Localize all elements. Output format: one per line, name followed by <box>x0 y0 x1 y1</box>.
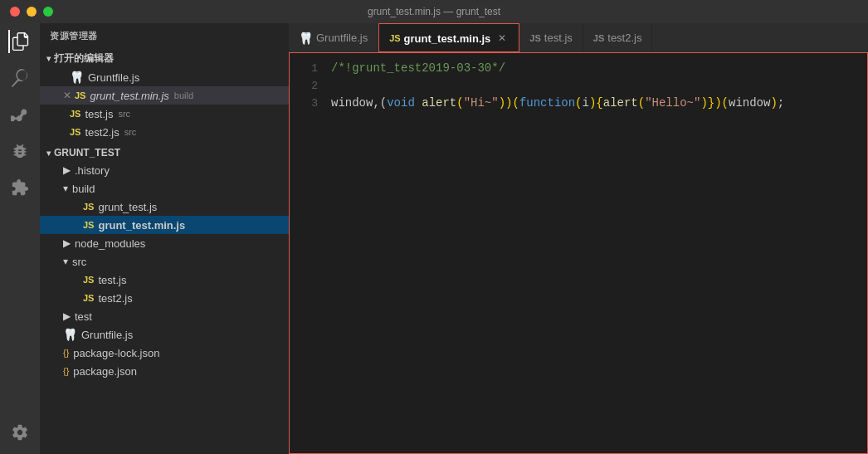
open-editors-arrow: ▾ <box>46 54 51 63</box>
grunt-icon: 🦷 <box>70 71 84 84</box>
tree-package-lock-json[interactable]: {} package-lock.json <box>40 344 289 362</box>
tree-build-folder[interactable]: ▾ build <box>40 179 289 198</box>
json-icon-pkg: {} <box>63 366 69 376</box>
tree-test-folder[interactable]: ▶ test <box>40 307 289 325</box>
sidebar-header: 资源管理器 <box>40 23 289 49</box>
project-section[interactable]: ▾ GRUNT_TEST <box>40 144 289 161</box>
line-code-2 <box>331 77 867 94</box>
tab-close-icon[interactable]: ✕ <box>495 32 509 45</box>
tree-build-label: build <box>72 183 95 195</box>
tab-test2-label: test2.js <box>607 32 641 44</box>
open-editor-badge-build: build <box>174 90 193 100</box>
explorer-icon[interactable] <box>8 30 32 53</box>
tree-src-test-js[interactable]: JS test.js <box>40 271 289 289</box>
folder-arrow-build: ▾ <box>63 183 68 194</box>
maximize-button[interactable] <box>43 7 53 17</box>
project-arrow: ▾ <box>46 149 51 158</box>
tree-src-folder[interactable]: ▾ src <box>40 252 289 271</box>
tab-gruntfile-label: Gruntfile.js <box>316 32 368 44</box>
tree-history-folder[interactable]: ▶ .history <box>40 161 289 179</box>
line-code-3: window,(void alert("Hi~"))(function(i){a… <box>331 95 867 111</box>
js-icon-grunt-test: JS <box>83 202 94 212</box>
line-num-3: 3 <box>290 95 331 112</box>
editor-line-1: 1 /*!grunt_test2019-03-30*/ <box>290 60 867 77</box>
json-icon-pkg-lock: {} <box>63 348 69 358</box>
tree-package-json-label: package.json <box>73 365 137 378</box>
grunt-icon-root: 🦷 <box>63 328 77 341</box>
close-button[interactable] <box>10 7 20 17</box>
tree-grunt-test-min-js-label: grunt_test.min.js <box>98 219 185 232</box>
open-editor-gruntfile[interactable]: 🦷 Gruntfile.js <box>40 68 289 86</box>
grunt-tab-icon: 🦷 <box>299 32 313 45</box>
tree-history-label: .history <box>75 164 110 177</box>
search-icon[interactable] <box>8 66 32 90</box>
folder-arrow-test: ▶ <box>63 310 71 322</box>
main-container: 资源管理器 ▾ 打开的编辑器 🦷 Gruntfile.js ✕ JS grunt… <box>0 23 868 454</box>
open-editor-badge-src-test: src <box>118 109 130 119</box>
open-editor-grunt-test-min-label: grunt_test.min.js <box>90 90 168 102</box>
editor-area: 🦷 Gruntfile.js JS grunt_test.min.js ✕ JS… <box>289 23 868 454</box>
tree-grunt-test-min-js[interactable]: JS grunt_test.min.js <box>40 216 289 234</box>
minimize-button[interactable] <box>27 7 37 17</box>
tabs-bar: 🦷 Gruntfile.js JS grunt_test.min.js ✕ JS… <box>289 23 868 52</box>
tab-gruntfile[interactable]: 🦷 Gruntfile.js <box>289 23 378 52</box>
tree-package-lock-label: package-lock.json <box>73 347 159 359</box>
open-editor-badge-src-test2: src <box>124 127 137 137</box>
open-editor-grunt-test-min[interactable]: ✕ JS grunt_test.min.js build <box>40 86 289 105</box>
tree-gruntfile-root[interactable]: 🦷 Gruntfile.js <box>40 325 289 344</box>
js-tab-badge-test: JS <box>529 33 540 43</box>
tab-grunt-test-min-label: grunt_test.min.js <box>404 32 491 45</box>
js-icon-test2: JS <box>70 127 80 137</box>
tree-src-test2-js[interactable]: JS test2.js <box>40 289 289 307</box>
folder-arrow-src: ▾ <box>63 256 68 267</box>
tree-grunt-test-js-label: grunt_test.js <box>98 201 157 213</box>
js-icon-src-test2: JS <box>83 293 94 303</box>
tree-test-label: test <box>75 310 92 323</box>
window-controls[interactable] <box>10 7 53 17</box>
js-tab-badge-active: JS <box>389 33 400 43</box>
open-editors-section[interactable]: ▾ 打开的编辑器 <box>40 49 289 68</box>
titlebar: grunt_test.min.js — grunt_test <box>0 0 868 23</box>
js-icon-src-test: JS <box>83 275 94 285</box>
tab-grunt-test-min[interactable]: JS grunt_test.min.js ✕ <box>378 23 519 52</box>
open-editor-test2-label: test2.js <box>85 126 119 139</box>
tree-package-json[interactable]: {} package.json <box>40 362 289 380</box>
tree-gruntfile-root-label: Gruntfile.js <box>81 329 133 341</box>
source-control-icon[interactable] <box>8 103 32 126</box>
editor-line-3: 3 window,(void alert("Hi~"))(function(i)… <box>290 95 867 112</box>
open-editor-test[interactable]: JS test.js src <box>40 105 289 123</box>
tree-src-label: src <box>72 256 86 268</box>
debug-icon[interactable] <box>8 139 32 163</box>
sidebar: 资源管理器 ▾ 打开的编辑器 🦷 Gruntfile.js ✕ JS grunt… <box>40 23 289 454</box>
line-num-1: 1 <box>290 61 331 77</box>
window-title: grunt_test.min.js — grunt_test <box>368 6 500 17</box>
js-icon-test: JS <box>70 109 80 119</box>
open-editor-test-label: test.js <box>85 108 113 120</box>
activity-bar <box>0 23 40 454</box>
folder-arrow-node-modules: ▶ <box>63 237 71 249</box>
line-num-2: 2 <box>290 78 331 95</box>
tab-test2[interactable]: JS test2.js <box>583 23 653 52</box>
open-editor-gruntfile-label: Gruntfile.js <box>88 71 139 84</box>
open-editor-test2[interactable]: JS test2.js src <box>40 123 289 141</box>
settings-icon[interactable] <box>8 421 32 444</box>
js-icon-grunt-test-min: JS <box>75 90 85 100</box>
tree-src-test-js-label: test.js <box>98 274 126 286</box>
tree-grunt-test-js[interactable]: JS grunt_test.js <box>40 198 289 216</box>
editor-content[interactable]: 1 /*!grunt_test2019-03-30*/ 2 3 window,(… <box>289 52 868 454</box>
tree-node-modules-label: node_modules <box>75 237 145 250</box>
js-icon-grunt-test-min-tree: JS <box>83 220 94 230</box>
extensions-icon[interactable] <box>8 176 32 199</box>
editor-line-2: 2 <box>290 77 867 95</box>
close-modified-icon[interactable]: ✕ <box>63 90 71 101</box>
tree-node-modules-folder[interactable]: ▶ node_modules <box>40 234 289 252</box>
js-tab-badge-test2: JS <box>593 33 604 43</box>
folder-arrow-history: ▶ <box>63 164 71 176</box>
tab-test-label: test.js <box>544 32 573 44</box>
project-label: GRUNT_TEST <box>54 147 120 159</box>
line-code-1: /*!grunt_test2019-03-30*/ <box>331 60 867 76</box>
tree-src-test2-js-label: test2.js <box>98 292 132 305</box>
open-editors-label: 打开的编辑器 <box>54 51 114 66</box>
tab-test[interactable]: JS test.js <box>519 23 583 52</box>
